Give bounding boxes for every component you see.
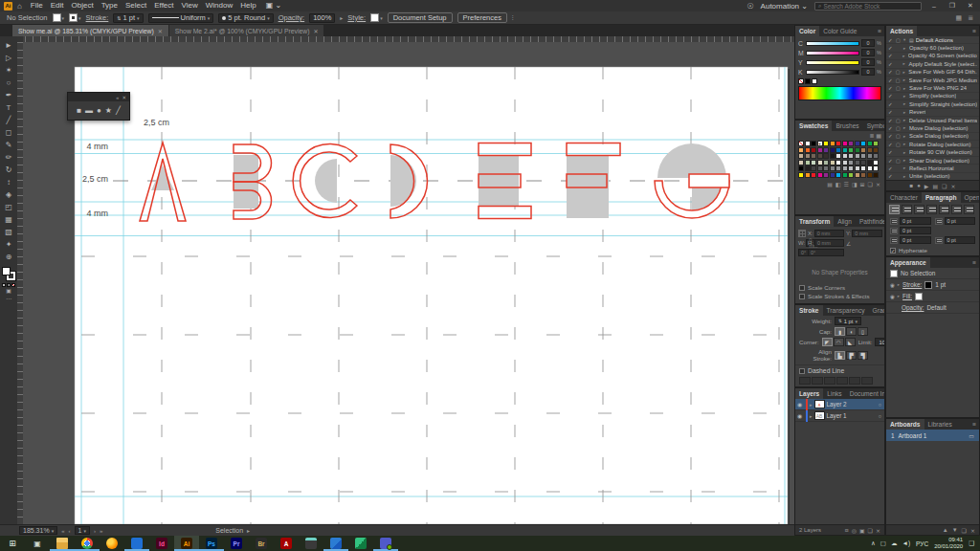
swatch[interactable]: [835, 153, 841, 159]
swatch[interactable]: [860, 172, 866, 178]
action-row[interactable]: ✓▢▸Delete Unused Panel Items: [886, 117, 979, 124]
swatch[interactable]: [835, 147, 841, 153]
stroke-color-chip[interactable]: [924, 281, 932, 289]
dash-field[interactable]: [812, 377, 823, 385]
field-value[interactable]: 0 pt: [945, 236, 976, 244]
collapse-panel-icon[interactable]: «: [116, 95, 119, 100]
fill-swatch[interactable]: [53, 13, 61, 22]
swatch[interactable]: [817, 172, 823, 178]
swatch[interactable]: [798, 165, 804, 171]
shape-line-tool-icon[interactable]: ╱: [116, 106, 121, 115]
none-mode-icon[interactable]: [11, 283, 15, 287]
taskbar-teams[interactable]: [373, 536, 398, 551]
action-row[interactable]: ✓▢▸Move Dialog (selection): [886, 124, 979, 132]
panel-tab-actions[interactable]: Actions: [886, 26, 917, 36]
tool-zoom[interactable]: ⊕: [2, 251, 15, 263]
taskbar-calculator[interactable]: [299, 536, 323, 551]
channel-slider[interactable]: [806, 60, 859, 65]
channel-slider[interactable]: [806, 51, 859, 55]
action-row[interactable]: ✓▸Simplify (selection): [886, 93, 979, 100]
fill-color-picker[interactable]: ▾: [53, 13, 65, 22]
toggle-check-icon[interactable]: ✓: [888, 37, 895, 43]
play-icon[interactable]: ▶: [924, 183, 929, 189]
align-right-icon[interactable]: [914, 205, 924, 214]
swatch[interactable]: [823, 172, 829, 178]
action-row[interactable]: ✓▢▸Scale Dialog (selection): [886, 133, 979, 141]
stop-icon[interactable]: ■: [910, 183, 914, 189]
shape-ellipse-tool-icon[interactable]: ●: [97, 106, 101, 115]
taskbar-indesign[interactable]: Id: [149, 536, 174, 551]
swatch[interactable]: [860, 165, 866, 171]
toggle-check-icon[interactable]: ✓: [888, 118, 895, 123]
layer-row[interactable]: ◉▸∧Layer 2○: [795, 399, 884, 410]
swatch[interactable]: [805, 153, 811, 159]
delete-layer-icon[interactable]: ⨯: [876, 527, 880, 534]
list-view-icon[interactable]: ≣: [869, 132, 874, 139]
move-up-icon[interactable]: ▲: [943, 527, 948, 534]
dash-field[interactable]: [799, 377, 811, 385]
layer-name[interactable]: Layer 2: [827, 401, 877, 408]
channel-value[interactable]: 0: [861, 68, 875, 76]
brush-dropdown[interactable]: 5 pt. Round▾: [218, 13, 273, 23]
swatch[interactable]: [848, 172, 854, 178]
swatch[interactable]: [873, 165, 879, 171]
panel-tab-layers[interactable]: Layers: [795, 388, 823, 399]
canvas-area[interactable]: 2,5 cm 4 mm 2,5 cm 4 mm « ✕ ■▬●★╱: [23, 42, 794, 524]
swatch[interactable]: [873, 141, 879, 146]
expand-icon[interactable]: ▸: [903, 165, 908, 170]
action-row[interactable]: ✓▢▾▤Default Actions: [886, 36, 979, 44]
swatch[interactable]: [848, 153, 854, 159]
expand-icon[interactable]: ▸: [903, 174, 908, 179]
panel-menu-icon[interactable]: ≡: [875, 26, 884, 36]
white-swatch-icon[interactable]: [812, 78, 817, 84]
modal-dialog-icon[interactable]: ▢: [896, 142, 902, 147]
action-row[interactable]: ✓▢▸Save For Web GIF 64 Dith...: [886, 69, 979, 77]
visibility-icon[interactable]: ◉: [890, 282, 895, 288]
swatch[interactable]: [855, 172, 860, 178]
swatch[interactable]: [817, 147, 823, 153]
shape-star-tool-icon[interactable]: ★: [105, 106, 112, 115]
action-row[interactable]: ✓▸Rotate 90 CW (selection): [886, 148, 979, 156]
expand-icon[interactable]: ▸: [810, 402, 813, 408]
document-tab[interactable]: Show Me 2.ai* @ 100% (CMYK/GPU Preview)✕: [169, 25, 324, 36]
tool-rectangle[interactable]: ◻: [2, 126, 15, 139]
taskbar-illustrator[interactable]: Ai: [174, 536, 199, 551]
swatch[interactable]: [817, 165, 823, 171]
modal-dialog-icon[interactable]: ▢: [896, 125, 902, 131]
panel-tab-stroke[interactable]: Stroke: [795, 305, 823, 316]
swatch[interactable]: [798, 141, 804, 146]
artboard-row[interactable]: 1Artboard 1▭: [886, 430, 979, 441]
swatch[interactable]: [867, 172, 873, 178]
appearance-stroke-row[interactable]: ◉ ▸ Stroke: 1 pt: [886, 279, 979, 291]
miter-join-icon[interactable]: ◤: [822, 338, 833, 346]
make-clip-mask-icon[interactable]: ◎: [852, 527, 857, 534]
align-stroke-inside-icon[interactable]: ▛: [846, 351, 857, 360]
panel-tab-brushes[interactable]: Brushes: [832, 121, 862, 131]
shape-e-slab[interactable]: [479, 155, 519, 207]
toolbar-ellipsis-icon[interactable]: ⋯: [6, 295, 11, 302]
artboard-svg[interactable]: 2,5 cm 4 mm 2,5 cm 4 mm: [23, 42, 794, 524]
swatch[interactable]: [823, 141, 829, 146]
field-value[interactable]: 0 pt: [945, 217, 976, 225]
swatch[interactable]: [830, 160, 835, 165]
swatch[interactable]: [842, 160, 848, 165]
action-row[interactable]: ✓▢▸Save For Web JPG Medium: [886, 77, 979, 84]
dash-field[interactable]: [861, 377, 873, 385]
field-value[interactable]: 0 mm: [852, 230, 882, 237]
taskbar-photoshop[interactable]: Ps: [199, 536, 224, 551]
action-row[interactable]: ✓▸Opacity 60 (selection): [886, 44, 979, 52]
panel-list-icon[interactable]: ≣: [968, 14, 973, 22]
swatch[interactable]: [811, 141, 816, 146]
action-row[interactable]: ✓▢▸Shear Dialog (selection): [886, 157, 979, 165]
stroke-profile-dropdown[interactable]: Uniform▾: [148, 13, 214, 23]
grid-view-icon[interactable]: ▦: [876, 132, 881, 139]
stroke-color-picker[interactable]: ▾: [69, 13, 81, 22]
swatch[interactable]: [867, 141, 873, 146]
expand-icon[interactable]: ▸: [903, 150, 908, 155]
channel-value[interactable]: 0: [861, 39, 875, 47]
align-left-icon[interactable]: [889, 205, 900, 214]
swatch[interactable]: [873, 153, 879, 159]
toggle-check-icon[interactable]: ✓: [888, 109, 895, 115]
swatch[interactable]: [835, 160, 841, 165]
expand-icon[interactable]: ▸: [903, 77, 908, 82]
